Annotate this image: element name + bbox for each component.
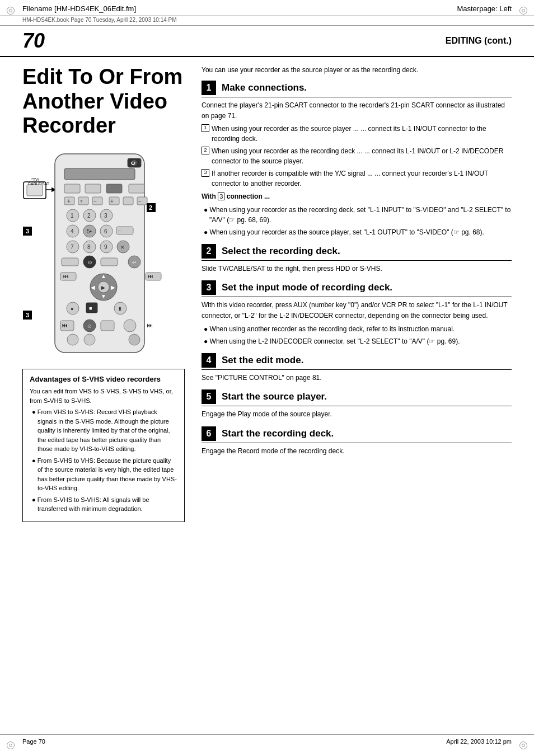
footer-left: Page 70	[22, 738, 45, 745]
svg-text:?: ?	[80, 199, 83, 204]
svg-rect-21	[123, 197, 133, 205]
svg-text:⏮: ⏮	[62, 322, 68, 328]
svg-rect-73	[101, 321, 114, 331]
with-label: With	[202, 192, 216, 200]
advantages-box: Advantages of S-VHS video recorders You …	[22, 369, 185, 522]
connection-list: 1 When using your recorder as the source…	[202, 124, 512, 189]
step-4-title: Set the edit mode.	[222, 355, 303, 366]
svg-text:■: ■	[89, 306, 92, 311]
advantages-bullet-3: ● From S-VHS to S-VHS: All signals will …	[30, 495, 177, 514]
svg-rect-10	[85, 184, 101, 193]
label-badge-3-bottom: 3	[23, 311, 32, 320]
corner-marker-tr	[519, 7, 527, 15]
page-number: 70	[22, 29, 45, 53]
svg-point-74	[124, 320, 136, 332]
step-4-header: 4 Set the edit mode.	[202, 353, 512, 370]
remote-svg: *TV/ CABLE/SAT ⏻	[22, 148, 185, 361]
step-6-body: Engage the Record mode of the recording …	[202, 446, 512, 457]
svg-text:CABLE/SAT: CABLE/SAT	[28, 182, 50, 186]
corner-marker-tl	[7, 7, 15, 15]
step-1-header: 1 Make connections.	[202, 81, 512, 97]
svg-point-76	[67, 334, 78, 345]
step-2-body: Slide TV/CABLE/SAT to the right, then pr…	[202, 264, 512, 274]
svg-text:−: −	[93, 198, 97, 204]
right-column: You can use your recorder as the source …	[196, 57, 512, 522]
svg-text:▶: ▶	[101, 285, 105, 290]
svg-text:◀: ◀	[91, 284, 95, 290]
header-dateline: HM-HDS4EK.book Page 70 Tuesday, April 22…	[0, 16, 534, 26]
svg-text:5•: 5•	[87, 228, 92, 234]
step-1-number: 1	[202, 81, 216, 95]
svg-text:2: 2	[87, 213, 91, 219]
svg-rect-1	[27, 185, 43, 196]
svg-text:+: +	[110, 198, 114, 204]
step-5: 5 Start the source player. Engage the Pl…	[202, 389, 512, 420]
left-column: Edit To Or From Another Video Recorder *…	[22, 57, 196, 522]
svg-text:4: 4	[71, 228, 74, 234]
step-3-number: 3	[202, 280, 216, 295]
step-1-title: Make connections.	[222, 82, 307, 93]
step-2-header: 2 Select the recording deck.	[202, 244, 512, 261]
svg-text:+: +	[67, 198, 71, 204]
step-3-title: Set the input mode of recording deck.	[222, 282, 392, 293]
header-filename: Filename [HM-HDS4EK_06Edit.fm]	[22, 4, 136, 13]
step-5-number: 5	[202, 389, 216, 404]
svg-rect-8	[64, 168, 135, 180]
connection-num-1: 1	[202, 124, 209, 132]
with-num: 3	[218, 192, 224, 200]
advantages-title: Advantages of S-VHS video recorders	[30, 375, 177, 383]
step-3-body: With this video recorder, press AUX (num…	[202, 300, 512, 346]
svg-text:▲: ▲	[101, 273, 106, 279]
svg-rect-9	[64, 184, 80, 193]
step-3: 3 Set the input mode of recording deck. …	[202, 280, 512, 346]
connection-item-3: 3 If another recorder is compatible with…	[202, 168, 512, 189]
intro-text: You can use your recorder as the source …	[202, 65, 512, 75]
svg-text:⏸: ⏸	[118, 306, 123, 312]
label-badge-3-top: 3	[23, 227, 32, 236]
svg-text:−: −	[138, 198, 142, 204]
step-4-body: See "PICTURE CONTROL" on page 81.	[202, 373, 512, 383]
connection-item-1: 1 When using your recorder as the source…	[202, 124, 512, 144]
step-6-header: 6 Start the recording deck.	[202, 426, 512, 443]
main-content: Edit To Or From Another Video Recorder *…	[0, 57, 534, 522]
svg-text:●: ●	[71, 306, 73, 312]
connection-num-2: 2	[202, 147, 209, 154]
svg-rect-12	[129, 184, 144, 193]
with-continuation: connection ...	[227, 192, 270, 200]
svg-rect-46	[62, 258, 78, 266]
svg-rect-49	[101, 258, 118, 266]
step-4: 4 Set the edit mode. See "PICTURE CONTRO…	[202, 353, 512, 383]
svg-text:9: 9	[104, 244, 107, 250]
advantages-bullet-2: ● From S-VHS to VHS: Because the picture…	[30, 456, 177, 493]
svg-text:⊙: ⊙	[87, 323, 92, 329]
svg-text:···: ···	[118, 229, 121, 233]
step-2-title: Select the recording deck.	[222, 246, 340, 257]
footer-right: April 22, 2003 10:12 pm	[446, 738, 512, 745]
svg-text:▼: ▼	[101, 293, 106, 299]
svg-text:7: 7	[71, 244, 74, 250]
main-heading: Edit To Or From Another Video Recorder	[22, 65, 185, 138]
svg-text:8: 8	[87, 244, 91, 250]
advantages-intro: You can edit from VHS to S-VHS, S-VHS to…	[30, 387, 177, 405]
svg-text:3: 3	[104, 213, 107, 219]
step-1-bullet-1: ● When using your recorder as the record…	[202, 205, 512, 225]
step-6-title: Start the recording deck.	[222, 428, 334, 439]
step-5-title: Start the source player.	[222, 391, 327, 402]
svg-text:⏭: ⏭	[148, 273, 153, 279]
svg-text:⏻: ⏻	[130, 161, 135, 166]
step-3-header: 3 Set the input mode of recording deck.	[202, 280, 512, 297]
step-5-body: Engage the Play mode of the source playe…	[202, 409, 512, 420]
svg-text:6: 6	[104, 228, 107, 234]
svg-text:1: 1	[71, 213, 74, 219]
svg-text:⊙: ⊙	[88, 260, 92, 265]
step-5-header: 5 Start the source player.	[202, 389, 512, 406]
step-3-bullet-1: ● When using another recorder as the rec…	[202, 324, 512, 334]
advantages-bullet-1: ● From VHS to S-VHS: Record VHS playback…	[30, 407, 177, 454]
svg-text:⏭: ⏭	[147, 322, 153, 328]
header-masterpage: Masterpage: Left	[457, 4, 512, 13]
connection-num-3: 3	[202, 169, 209, 177]
connection-item-2: 2 When using your recorder as the record…	[202, 146, 512, 166]
step-1-body: Connect the player's 21-pin SCART connec…	[202, 100, 512, 237]
step-4-number: 4	[202, 353, 216, 368]
step-2: 2 Select the recording deck. Slide TV/CA…	[202, 244, 512, 274]
